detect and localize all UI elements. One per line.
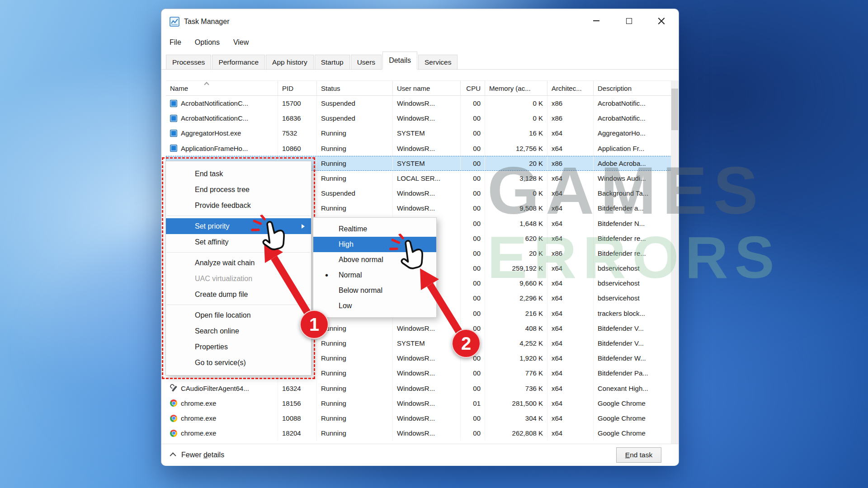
cell-memory: 4,252 K [485,336,547,351]
cell-architecture: x64 [547,321,594,336]
submenu-item-below-normal[interactable]: Below normal [313,283,436,298]
cell-description: AcrobatNotific... [594,111,672,126]
cell-architecture: x64 [547,291,594,305]
close-icon [658,17,665,25]
tab-app-history[interactable]: App history [266,55,314,69]
tab-services[interactable]: Services [418,55,458,69]
context-menu-item-open-file-location[interactable]: Open file location [166,307,311,323]
cell-cpu: 00 [461,381,485,396]
column-header-name[interactable]: Name [166,81,278,95]
column-header-status[interactable]: Status [317,81,393,95]
tab-performance[interactable]: Performance [212,55,265,69]
table-row[interactable]: AggregatorHost.exe7532RunningSYSTEM0016 … [166,126,672,141]
context-menu-item-end-process-tree[interactable]: End process tree [166,182,311,197]
cell-name: chrome.exe [166,426,278,441]
cell-status: Running [317,381,393,396]
close-button[interactable] [645,9,678,33]
process-name: AcrobatNotificationC... [181,111,248,126]
task-manager-icon [170,17,179,27]
cell-memory: 0 K [485,186,547,201]
cell-cpu: 00 [461,321,485,336]
column-header-user-name[interactable]: User name [393,81,461,95]
context-menu-item-analyze-wait-chain[interactable]: Analyze wait chain [166,255,311,271]
cell-cpu: 00 [461,201,485,216]
context-menu-item-uac-virtualization: UAC virtualization [166,271,311,286]
context-menu-item-set-priority[interactable]: Set priority [166,218,311,234]
title-bar[interactable]: Task Manager [161,9,679,34]
app-icon [170,145,177,152]
context-menu-item-search-online[interactable]: Search online [166,323,311,339]
submenu-item-realtime[interactable]: Realtime [313,221,436,237]
column-header-architec[interactable]: Architec... [547,81,594,95]
column-header-cpu[interactable]: CPU [461,81,485,95]
cell-architecture: x64 [547,126,594,141]
tab-users[interactable]: Users [351,55,382,69]
table-row[interactable]: ApplicationFrameHo...10860RunningWindows… [166,141,672,156]
cell-architecture: x86 [547,156,594,171]
table-row[interactable]: AcrobatNotificationC...15700SuspendedWin… [166,96,672,111]
cell-status: Running [317,201,393,216]
cell-name: CAudioFilterAgent64... [166,381,278,396]
end-task-button[interactable]: End task [616,447,661,463]
cell-status: Running [317,321,393,336]
cell-memory: 0 K [485,111,547,126]
table-row[interactable]: chrome.exe18156RunningWindowsR...01281,5… [166,396,672,411]
menubar-item-view[interactable]: View [233,38,249,47]
table-row[interactable]: AcrobatNotificationC...16836SuspendedWin… [166,111,672,126]
cell-status: Suspended [317,111,393,126]
context-menu-item-properties[interactable]: Properties [166,339,311,355]
cell-description: Bitdefender V... [594,321,672,336]
cell-memory: 1,648 K [485,216,547,231]
vertical-scrollbar[interactable] [671,80,679,444]
table-row[interactable]: chrome.exe18204RunningWindowsR...00262,8… [166,426,672,441]
cell-architecture: x64 [547,216,594,231]
cell-status: Running [317,426,393,441]
cell-name: AcrobatNotificationC... [166,111,278,126]
tab-processes[interactable]: Processes [166,55,211,69]
cell-cpu: 00 [461,156,485,171]
context-menu-item-go-to-service-s[interactable]: Go to service(s) [166,355,311,371]
cell-memory: 620 K [485,231,547,246]
minimize-button[interactable] [580,9,613,33]
menu-separator [167,216,310,216]
submenu-item-normal[interactable]: Normal• [313,267,436,283]
context-menu-item-create-dump-file[interactable]: Create dump file [166,286,311,302]
cell-cpu: 00 [461,306,485,321]
cell-memory: 262,808 K [485,426,547,441]
submenu-item-low[interactable]: Low [313,298,436,314]
cell-description: Bitdefender a... [594,201,672,216]
submenu-item-high[interactable]: High [313,237,436,252]
fewer-details-toggle[interactable]: Fewer details [171,451,224,459]
column-header-pid[interactable]: PID [278,81,317,95]
scrollbar-thumb[interactable] [671,89,678,130]
context-menu-item-set-affinity[interactable]: Set affinity [166,234,311,250]
chrome-icon [170,415,177,422]
priority-submenu: RealtimeHighAbove normalNormal•Below nor… [313,217,437,318]
cell-name: AcrobatNotificationC... [166,96,278,111]
cell-memory: 2,296 K [485,291,547,305]
chrome-icon [170,399,177,407]
app-icon [170,115,177,122]
tab-startup[interactable]: Startup [315,55,350,69]
current-priority-dot: • [325,271,328,280]
maximize-button[interactable] [613,9,645,33]
menubar-item-options[interactable]: Options [195,38,220,47]
context-menu-item-provide-feedback[interactable]: Provide feedback [166,197,311,213]
tab-details[interactable]: Details [382,52,417,69]
column-header-label: Architec... [552,84,582,92]
cell-name: chrome.exe [166,396,278,411]
cell-status: Suspended [317,186,393,201]
table-row[interactable]: chrome.exe10088RunningWindowsR...00304 K… [166,411,672,426]
column-header-memory-ac[interactable]: Memory (ac... [485,81,547,95]
window-title: Task Manager [184,18,230,26]
cell-user-name: WindowsR... [393,111,461,126]
table-row[interactable]: CAudioFilterAgent64...16324RunningWindow… [166,381,672,396]
submenu-item-above-normal[interactable]: Above normal [313,252,436,267]
cell-user-name: SYSTEM [393,156,461,171]
column-header-description[interactable]: Description [594,81,672,95]
cell-cpu: 00 [461,276,485,291]
menubar-item-file[interactable]: File [170,38,181,47]
cell-user-name: WindowsR... [393,396,461,411]
cell-description: Conexant High... [594,381,672,396]
context-menu-item-end-task[interactable]: End task [166,166,311,182]
